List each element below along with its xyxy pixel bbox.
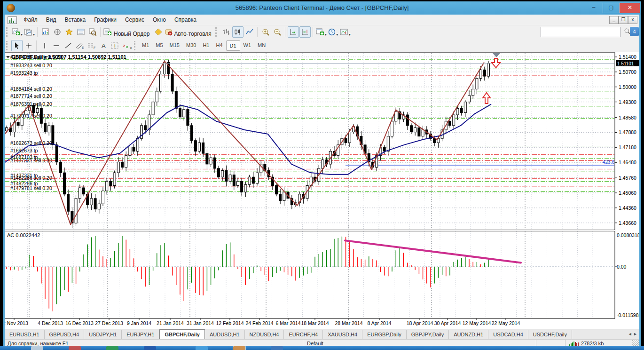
menu-окно[interactable]: Окно xyxy=(149,15,170,25)
chart-tab-eurusdh1[interactable]: EURUSD,H1 xyxy=(5,330,45,340)
terminal-button[interactable] xyxy=(75,26,86,38)
chart-tab-xauusdh4[interactable]: XAUUSD,H4 xyxy=(323,330,362,340)
new-order-button[interactable]: Новый Ордер xyxy=(103,26,152,38)
templates-button[interactable]: ▾ xyxy=(339,26,351,38)
new-chart-button[interactable]: ▾ xyxy=(11,26,23,38)
date-axis[interactable]: 22 Nov 20134 Dec 201316 Dec 201327 Dec 2… xyxy=(5,318,520,326)
chart-area[interactable]: 423.61.511011.514001.507001.500001.49300… xyxy=(5,52,639,329)
dropdown-caret-icon[interactable]: ▾ xyxy=(21,32,23,37)
arrows-button[interactable]: ▾ xyxy=(121,40,133,51)
child-close-button[interactable]: x xyxy=(628,16,637,24)
chart-tab-gbpjpydaily[interactable]: GBPJPY,Daily xyxy=(407,330,449,340)
fibonacci-button[interactable]: F xyxy=(86,40,97,51)
navigator-button[interactable] xyxy=(63,26,75,38)
chart-tab-gbpusdh4[interactable]: GBPUSD,H4 xyxy=(45,330,85,340)
chart-tab-usdjpyh1[interactable]: USDJPY,H1 xyxy=(84,330,122,340)
chart-tab-eurjpyh1[interactable]: EURJPY,H1 xyxy=(122,330,159,340)
toolbar-separator xyxy=(100,27,101,37)
candle-chart-mode-button[interactable] xyxy=(232,26,243,38)
chart-shift-button[interactable] xyxy=(299,26,311,38)
menu-справка[interactable]: Справка xyxy=(170,15,201,25)
dropdown-caret-icon[interactable]: ▾ xyxy=(336,32,338,37)
toolbar-grip[interactable] xyxy=(6,41,10,50)
taskbar-icon[interactable] xyxy=(233,346,245,350)
chart-tab-eurgbpdaily[interactable]: EURGBP,Daily xyxy=(362,330,407,340)
dropdown-caret-icon[interactable]: ▾ xyxy=(325,32,327,37)
autotrade-button[interactable]: Авто-торговля xyxy=(165,26,214,38)
new-window-button[interactable]: ▾ xyxy=(315,26,327,38)
strategy-tester-button[interactable] xyxy=(87,26,98,38)
chart-tab-usdcadh4[interactable]: USDCAD,H4 xyxy=(488,330,528,340)
tab-scroll-right[interactable]: ► xyxy=(633,332,637,336)
zoom-in-button[interactable] xyxy=(260,26,271,38)
price-axis[interactable]: 1.514001.507001.500001.493001.485801.478… xyxy=(615,54,636,226)
indicator-axis[interactable]: 0.00803180.00-0.0115985 xyxy=(615,232,639,318)
timeframe-m1-button[interactable]: M1 xyxy=(139,40,152,50)
taskbar-icon[interactable] xyxy=(271,346,283,350)
text-label-button[interactable]: T xyxy=(110,40,121,51)
menu-сервис[interactable]: Сервис xyxy=(121,15,149,25)
minimize-button[interactable]: – xyxy=(586,3,602,12)
child-minimize-button[interactable]: _ xyxy=(609,16,619,24)
svg-text:F: F xyxy=(94,46,95,49)
timeframe-d1-button[interactable]: D1 xyxy=(226,40,240,51)
chart-tab-nzdusdh4[interactable]: NZDUSD,H4 xyxy=(245,330,284,340)
svg-text:6 Mar 2014: 6 Mar 2014 xyxy=(275,320,300,326)
menu-bar: ФайлВидВставкаГрафикиСервисОкноСправка _… xyxy=(5,15,639,25)
menu-вставка[interactable]: Вставка xyxy=(61,15,90,25)
windows-taskbar[interactable] xyxy=(0,346,644,350)
market-watch-button[interactable] xyxy=(40,26,51,38)
dropdown-caret-icon[interactable]: ▾ xyxy=(349,32,351,37)
toolbar-grip[interactable] xyxy=(215,27,219,37)
menu-графики[interactable]: Графики xyxy=(90,15,121,25)
taskbar-icon[interactable] xyxy=(144,346,156,350)
timeframe-mn-button[interactable]: MN xyxy=(254,40,269,50)
close-button[interactable]: ✕ xyxy=(620,3,640,13)
periods-clock-button[interactable]: ▾ xyxy=(328,26,339,38)
maximize-button[interactable]: ▢ xyxy=(603,3,620,13)
vertical-line-button[interactable] xyxy=(39,40,50,51)
pane-divider[interactable] xyxy=(5,230,615,231)
menu-файл[interactable]: Файл xyxy=(19,15,42,25)
timeframe-h4-button[interactable]: H4 xyxy=(212,40,226,50)
child-restore-button[interactable]: ❐ xyxy=(619,16,628,24)
taskbar-icon[interactable] xyxy=(196,346,208,350)
crosshair-button[interactable] xyxy=(23,40,34,51)
taskbar-icon[interactable] xyxy=(31,346,43,350)
timeframe-h1-button[interactable]: H1 xyxy=(199,40,212,50)
dropdown-caret-icon[interactable]: ▾ xyxy=(33,32,35,37)
menu-вид[interactable]: Вид xyxy=(42,15,61,25)
profiles-button[interactable]: ▾ xyxy=(24,26,35,38)
toolbar-grip[interactable] xyxy=(134,41,138,50)
chart-tab-audusdh1[interactable]: AUDUSD,H1 xyxy=(205,330,245,340)
data-window-button[interactable] xyxy=(52,26,63,38)
taskbar-icon[interactable] xyxy=(106,346,118,350)
tab-scroll-left[interactable]: ◄ xyxy=(628,332,632,336)
metaeditor-button[interactable] xyxy=(153,26,164,38)
chart-tab-usdchfdaily[interactable]: USDCHF,Daily xyxy=(528,330,572,340)
timeframe-m5-button[interactable]: M5 xyxy=(152,40,166,50)
chart-tab-audnzdh1[interactable]: AUDNZD,H1 xyxy=(449,330,488,340)
text-button[interactable]: A xyxy=(98,40,109,51)
notifications-badge[interactable]: 4 xyxy=(630,27,639,36)
equidistant-channel-button[interactable]: E xyxy=(74,40,86,51)
chart-tab-eurchfh4[interactable]: EURCHF,H4 xyxy=(284,330,323,340)
line-chart-mode-button[interactable] xyxy=(244,26,255,38)
taskbar-icon[interactable] xyxy=(69,346,81,350)
horizontal-line-button[interactable] xyxy=(51,40,62,51)
cursor-button[interactable] xyxy=(11,40,23,51)
toolbar-grip[interactable] xyxy=(6,27,10,37)
dropdown-caret-icon[interactable]: ▾ xyxy=(130,46,132,50)
zoom-out-button[interactable] xyxy=(272,26,283,38)
bar-chart-mode-button[interactable] xyxy=(220,26,232,38)
indicator-pane[interactable] xyxy=(5,231,615,318)
title-bar[interactable]: 565896: Panteon Client Terminal - Демо С… xyxy=(3,1,641,15)
trend-line-button[interactable] xyxy=(63,40,74,51)
search-input[interactable] xyxy=(541,27,620,37)
timeframe-m30-button[interactable]: M30 xyxy=(183,40,199,50)
auto-scroll-button[interactable] xyxy=(288,26,299,38)
search-icon[interactable] xyxy=(624,28,629,33)
chart-tab-gbpchfdaily[interactable]: GBPCHF,Daily xyxy=(159,329,205,340)
timeframe-m15-button[interactable]: M15 xyxy=(166,40,183,50)
timeframe-w1-button[interactable]: W1 xyxy=(240,40,255,50)
